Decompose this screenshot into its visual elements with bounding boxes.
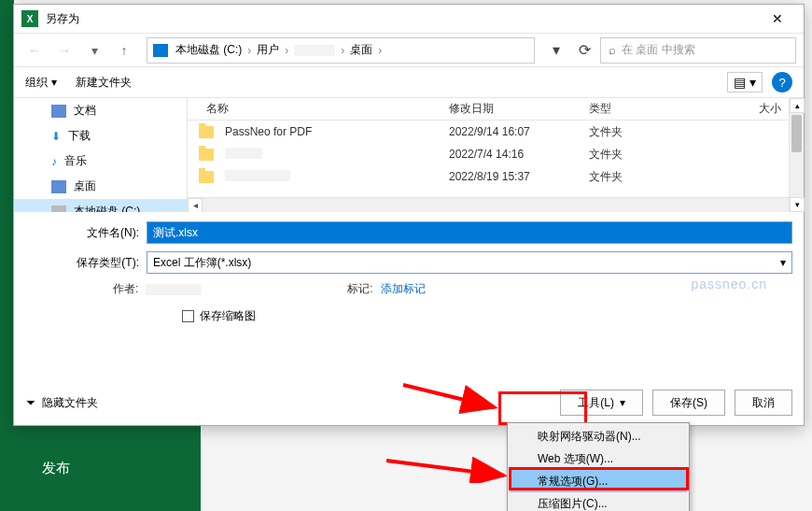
form-area: 文件名(N): 保存类型(T): Excel 工作簿(*.xlsx)▾ 作者: …	[14, 212, 804, 332]
menu-compress-images[interactable]: 压缩图片(C)...	[510, 492, 687, 511]
horizontal-scrollbar[interactable]: ◂ ▸	[188, 197, 804, 212]
menu-web-options[interactable]: Web 选项(W)...	[510, 447, 687, 470]
help-button[interactable]: ?	[772, 72, 792, 92]
file-row[interactable]: 2022/7/4 14:16 文件夹	[188, 143, 804, 165]
address-dropdown[interactable]: ▾	[544, 38, 568, 63]
breadcrumb-sep: ›	[283, 44, 290, 57]
save-as-dialog: X 另存为 ✕ ← → ▾ ↑ 本地磁盘 (C:) › 用户 › › 桌面 › …	[13, 4, 805, 426]
dropdown-icon: ▾	[620, 396, 625, 409]
folder-icon	[199, 171, 214, 183]
scroll-left-button[interactable]: ◂	[188, 198, 203, 213]
filename-input[interactable]	[147, 221, 792, 244]
refresh-button[interactable]: ⟳	[572, 38, 596, 63]
search-input[interactable]: ⌕ 在 桌面 中搜索	[600, 37, 796, 64]
downloads-icon: ⬇	[51, 130, 61, 143]
search-placeholder: 在 桌面 中搜索	[622, 42, 695, 58]
breadcrumb-redacted[interactable]	[294, 45, 335, 56]
sidebar: 文档 ⬇ 下载 ♪ 音乐 桌面 本地磁盘 (C:)	[14, 98, 187, 212]
toolbar: 组织▾ 新建文件夹 ▤▾ ?	[14, 66, 804, 98]
up-button[interactable]: ↑	[111, 38, 137, 63]
breadcrumb-users[interactable]: 用户	[257, 42, 279, 58]
file-list[interactable]: PassNeo for PDF 2022/9/14 16:07 文件夹 2022…	[188, 121, 804, 212]
menu-map-drive[interactable]: 映射网络驱动器(N)...	[510, 425, 687, 447]
svg-line-3	[386, 461, 504, 476]
forward-button[interactable]: →	[51, 38, 77, 63]
save-thumbnail-label: 保存缩略图	[200, 308, 256, 324]
cancel-button[interactable]: 取消	[735, 390, 792, 416]
address-bar[interactable]: 本地磁盘 (C:) › 用户 › › 桌面 ›	[147, 37, 535, 64]
titlebar: X 另存为 ✕	[14, 5, 804, 33]
navbar: ← → ▾ ↑ 本地磁盘 (C:) › 用户 › › 桌面 › ▾ ⟳ ⌕ 在 …	[14, 33, 804, 66]
author-value[interactable]	[146, 284, 202, 295]
tools-menu: 映射网络驱动器(N)... Web 选项(W)... 常规选项(G)... 压缩…	[507, 422, 690, 511]
breadcrumb-sep: ›	[339, 44, 346, 57]
menu-general-options[interactable]: 常规选项(G)...	[510, 470, 687, 492]
vertical-scrollbar[interactable]: ▴ ▾	[789, 98, 804, 212]
drive-icon	[51, 206, 66, 213]
folder-icon	[199, 149, 214, 161]
breadcrumb-root[interactable]: 本地磁盘 (C:)	[175, 42, 242, 58]
breadcrumb-sep: ›	[245, 44, 253, 57]
sidebar-item-downloads[interactable]: ⬇ 下载	[14, 123, 187, 149]
author-label: 作者:	[113, 281, 138, 297]
music-icon: ♪	[51, 155, 57, 168]
bg-publish: 发布	[14, 426, 201, 511]
organize-menu[interactable]: 组织▾	[25, 75, 57, 91]
filetype-label: 保存类型(T):	[25, 255, 147, 271]
footer: ⏷ 隐藏文件夹 工具(L) ▾ 保存(S) 取消	[25, 390, 792, 416]
col-date[interactable]: 修改日期	[449, 101, 589, 117]
recent-dropdown[interactable]: ▾	[81, 38, 107, 63]
file-row[interactable]: 2022/8/19 15:37 文件夹	[188, 165, 804, 188]
column-headers: 名称 修改日期 类型 大小	[188, 98, 804, 121]
file-area: 名称 修改日期 类型 大小 PassNeo for PDF 2022/9/14 …	[187, 98, 804, 212]
col-type[interactable]: 类型	[589, 101, 710, 117]
scroll-thumb[interactable]	[791, 115, 802, 152]
tools-button[interactable]: 工具(L) ▾	[560, 390, 643, 416]
folder-icon	[199, 126, 214, 138]
filetype-select[interactable]: Excel 工作簿(*.xlsx)▾	[147, 251, 792, 274]
hide-folders-toggle[interactable]: ⏷ 隐藏文件夹	[25, 395, 98, 411]
sidebar-item-music[interactable]: ♪ 音乐	[14, 149, 187, 174]
arrow-to-general-options	[385, 455, 511, 483]
save-thumbnail-checkbox[interactable]	[182, 310, 194, 322]
excel-icon: X	[21, 10, 38, 27]
sidebar-item-documents[interactable]: 文档	[14, 98, 187, 123]
scroll-up-button[interactable]: ▴	[790, 98, 805, 113]
sidebar-item-local-disk-c[interactable]: 本地磁盘 (C:)	[14, 199, 187, 212]
file-row[interactable]: PassNeo for PDF 2022/9/14 16:07 文件夹	[188, 121, 804, 143]
new-folder-button[interactable]: 新建文件夹	[76, 75, 132, 91]
close-button[interactable]: ✕	[759, 6, 796, 32]
dialog-title: 另存为	[46, 11, 759, 27]
breadcrumb-sep: ›	[376, 44, 384, 57]
documents-icon	[51, 105, 66, 118]
drive-icon	[153, 44, 168, 57]
view-options[interactable]: ▤▾	[727, 72, 763, 92]
tags-label: 标记:	[347, 281, 372, 297]
save-button[interactable]: 保存(S)	[652, 390, 725, 416]
add-tags-link[interactable]: 添加标记	[381, 281, 426, 297]
back-button[interactable]: ←	[21, 38, 48, 63]
view-icon: ▤	[734, 75, 746, 90]
sidebar-item-desktop[interactable]: 桌面	[14, 174, 187, 199]
scroll-down-button[interactable]: ▾	[790, 197, 805, 212]
breadcrumb-desktop[interactable]: 桌面	[350, 42, 372, 58]
filename-label: 文件名(N):	[25, 225, 147, 241]
chevron-down-icon: ⏷	[25, 396, 36, 409]
search-icon: ⌕	[609, 43, 616, 57]
desktop-icon	[51, 180, 66, 193]
col-name[interactable]: 名称	[188, 101, 449, 117]
